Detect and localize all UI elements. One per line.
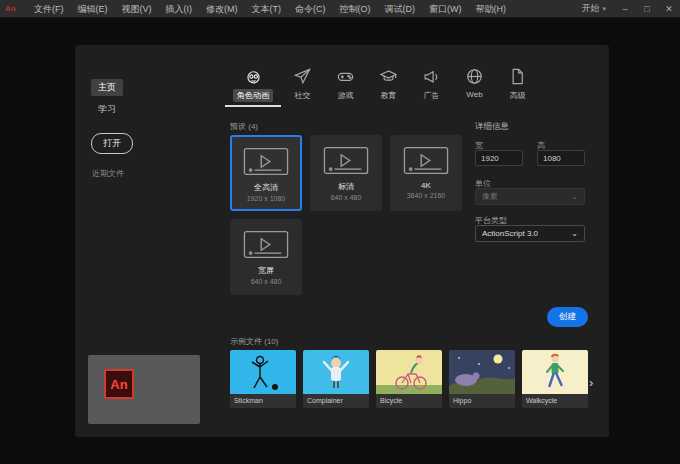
tab-label: 广告 xyxy=(420,89,444,102)
height-field[interactable] xyxy=(537,150,585,166)
tab-label: Web xyxy=(462,89,486,100)
category-tabs: 角色动画 社交 游戏 教育 广告 xyxy=(225,63,539,107)
preset-dimensions: 640 x 480 xyxy=(251,278,282,285)
animate-logo: An xyxy=(104,369,134,399)
animate-logo-card: An xyxy=(88,355,200,424)
menu-view[interactable]: 视图(V) xyxy=(115,0,159,18)
samples-header: 示例文件 (10) xyxy=(230,336,278,347)
video-preset-icon xyxy=(243,147,289,176)
sample-walkcycle[interactable]: Walkcycle xyxy=(522,350,588,408)
sample-complainer[interactable]: Complainer xyxy=(303,350,369,408)
sample-name: Walkcycle xyxy=(522,394,588,408)
preset-grid: 全高清 1920 x 1080 标清 640 x 480 4K 3840 x 2… xyxy=(230,135,478,295)
sample-files-row: Stickman Complainer xyxy=(230,350,588,408)
tab-education[interactable]: 教育 xyxy=(367,63,410,107)
video-preset-icon xyxy=(403,146,449,175)
tab-label: 教育 xyxy=(377,89,401,102)
maximize-button[interactable]: □ xyxy=(636,0,658,18)
presets-header: 预设 (4) xyxy=(230,121,258,132)
tab-ads[interactable]: 广告 xyxy=(410,63,453,107)
sample-hippo[interactable]: Hippo xyxy=(449,350,515,408)
minimize-button[interactable]: – xyxy=(614,0,636,18)
tab-label: 高级 xyxy=(506,89,530,102)
preset-dimensions: 640 x 480 xyxy=(331,194,362,201)
complainer-thumbnail xyxy=(303,350,369,394)
sample-bicycle[interactable]: Bicycle xyxy=(376,350,442,408)
recent-files-label: 近期文件 xyxy=(92,168,124,179)
game-controller-icon xyxy=(336,67,355,86)
tab-label: 游戏 xyxy=(334,89,358,102)
document-icon xyxy=(508,67,527,86)
preset-title: 4K xyxy=(421,181,431,190)
menu-debug[interactable]: 调试(D) xyxy=(378,0,423,18)
preset-4k[interactable]: 4K 3840 x 2160 xyxy=(390,135,462,211)
preset-full-hd[interactable]: 全高清 1920 x 1080 xyxy=(230,135,302,211)
sample-name: Hippo xyxy=(449,394,515,408)
tab-web[interactable]: Web xyxy=(453,63,496,107)
units-value: 像素 xyxy=(482,191,498,202)
megaphone-icon xyxy=(422,67,441,86)
welcome-panel: 主页 学习 打开 近期文件 角色动画 社交 游戏 xyxy=(75,45,609,437)
sample-stickman[interactable]: Stickman xyxy=(230,350,296,408)
tab-games[interactable]: 游戏 xyxy=(324,63,367,107)
samples-next-arrow[interactable]: › xyxy=(589,375,593,390)
bicycle-thumbnail xyxy=(376,350,442,394)
menu-edit[interactable]: 编辑(E) xyxy=(71,0,115,18)
titlebar: An 文件(F) 编辑(E) 视图(V) 插入(I) 修改(M) 文本(T) 命… xyxy=(0,0,680,18)
tab-label: 角色动画 xyxy=(233,89,273,102)
platform-value: ActionScript 3.0 xyxy=(482,229,538,238)
preset-title: 标清 xyxy=(338,181,354,192)
chevron-down-icon: ⌄ xyxy=(571,229,578,238)
menu-file[interactable]: 文件(F) xyxy=(27,0,71,18)
sample-name: Complainer xyxy=(303,394,369,408)
sample-name: Stickman xyxy=(230,394,296,408)
character-face-icon xyxy=(244,67,263,86)
details-header: 详细信息 xyxy=(475,121,509,133)
preset-title: 全高清 xyxy=(254,182,278,193)
platform-dropdown[interactable]: ActionScript 3.0 ⌄ xyxy=(475,225,585,242)
tab-label: 社交 xyxy=(291,89,315,102)
menu-commands[interactable]: 命令(C) xyxy=(288,0,333,18)
width-field[interactable] xyxy=(475,150,523,166)
menu-insert[interactable]: 插入(I) xyxy=(159,0,200,18)
animate-app-icon: An xyxy=(5,4,21,13)
graduation-cap-icon xyxy=(379,67,398,86)
create-button[interactable]: 创建 xyxy=(547,307,588,327)
menu-window[interactable]: 窗口(W) xyxy=(422,0,469,18)
sample-name: Bicycle xyxy=(376,394,442,408)
chevron-down-icon: ▾ xyxy=(602,5,606,13)
walkcycle-thumbnail xyxy=(522,350,588,394)
tab-social[interactable]: 社交 xyxy=(281,63,324,107)
paper-plane-icon xyxy=(293,67,312,86)
open-button[interactable]: 打开 xyxy=(91,133,133,154)
preset-widescreen[interactable]: 宽屏 640 x 480 xyxy=(230,219,302,295)
menu-control[interactable]: 控制(O) xyxy=(333,0,378,18)
hippo-thumbnail xyxy=(449,350,515,394)
preset-dimensions: 3840 x 2160 xyxy=(407,192,446,199)
video-preset-icon xyxy=(323,146,369,175)
titlebar-right: 开始 ▾ – □ ✕ xyxy=(573,0,680,18)
units-dropdown: 像素 ⌄ xyxy=(475,188,585,205)
workspace-label: 开始 xyxy=(581,2,599,15)
globe-icon xyxy=(465,67,484,86)
preset-title: 宽屏 xyxy=(258,265,274,276)
workspace-switcher[interactable]: 开始 ▾ xyxy=(573,2,614,15)
preset-dimensions: 1920 x 1080 xyxy=(247,195,286,202)
video-preset-icon xyxy=(243,230,289,259)
chevron-down-icon: ⌄ xyxy=(571,192,578,201)
stickman-thumbnail xyxy=(230,350,296,394)
sidebar-item-learn[interactable]: 学习 xyxy=(91,101,123,118)
close-button[interactable]: ✕ xyxy=(658,0,680,18)
sidebar-item-home[interactable]: 主页 xyxy=(91,79,123,96)
tab-advanced[interactable]: 高级 xyxy=(496,63,539,107)
menu-text[interactable]: 文本(T) xyxy=(245,0,289,18)
menu-help[interactable]: 帮助(H) xyxy=(469,0,514,18)
tab-character-animation[interactable]: 角色动画 xyxy=(225,63,281,107)
preset-sd[interactable]: 标清 640 x 480 xyxy=(310,135,382,211)
menu-modify[interactable]: 修改(M) xyxy=(199,0,245,18)
